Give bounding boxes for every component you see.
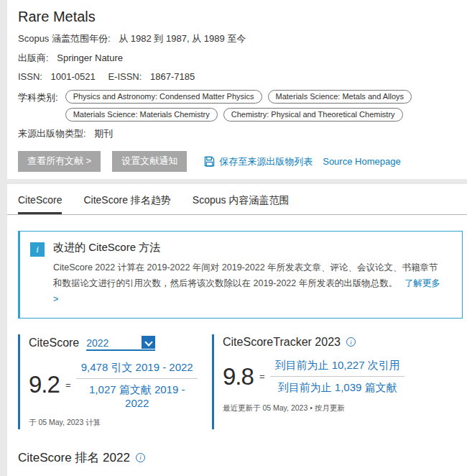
tab-rank-trend[interactable]: CiteScore 排名趋势: [83, 194, 170, 214]
citescore-formula: 9.2 = 9,478 引文 2019 - 2022 1,027 篇文献 201…: [29, 361, 198, 409]
citescore-method-infobox: i 改进的 CiteScore 方法 CiteScore 2022 计算在 20…: [18, 231, 463, 319]
header-actions: 查看所有文献 > 设置文献通知 保存至来源出版物列表 Source Homepa…: [18, 151, 456, 172]
tracker-value: 9.8: [223, 363, 254, 390]
coverage-label: Scopus 涵盖范围年份:: [18, 33, 111, 44]
citescore-panels: CiteScore 2022 9.2 = 9,478 引文 2019 - 202…: [18, 334, 467, 429]
source-type-line: 来源出版物类型: 期刊: [18, 127, 456, 140]
tracker-panel: CiteScoreTracker 2023 i 9.8 = 到目前为止 10,2…: [212, 334, 404, 429]
tab-bar: CiteScore CiteScore 排名趋势 Scopus 内容涵盖范围: [7, 184, 467, 215]
eissn-value: 1867-7185: [150, 71, 195, 82]
citescore-numerator: 9,478 引文 2019 - 2022: [76, 361, 198, 379]
source-header-card: Rare Metals Scopus 涵盖范围年份: 从 1982 到 1987…: [7, 0, 467, 179]
issn-label: ISSN:: [18, 71, 42, 82]
tab-citescore[interactable]: CiteScore: [18, 194, 62, 214]
subject-pill-metals-alloys[interactable]: Materials Science: Metals and Alloys: [268, 90, 412, 104]
citescore-panel: CiteScore 2022 9.2 = 9,478 引文 2019 - 202…: [18, 334, 198, 429]
subject-pill-physical-chemistry[interactable]: Chemistry: Physical and Theoretical Chem…: [223, 108, 403, 122]
save-to-source-list-label: 保存至来源出版物列表: [219, 155, 313, 168]
tracker-info-icon[interactable]: i: [346, 337, 356, 347]
equals-sign: =: [65, 380, 71, 390]
citescore-caption: 于 05 May, 2023 计算: [29, 418, 198, 428]
page-title: Rare Metals: [18, 9, 456, 25]
citescore-label: CiteScore: [29, 337, 79, 349]
tracker-denominator: 到目前为止 1,039 篇文献: [270, 377, 404, 395]
coverage-line: Scopus 涵盖范围年份: 从 1982 到 1987, 从 1989 至今: [18, 32, 456, 45]
publisher-line: 出版商: Springer Nature: [18, 52, 456, 65]
page: Rare Metals Scopus 涵盖范围年份: 从 1982 到 1987…: [0, 0, 467, 476]
save-to-source-list-link[interactable]: 保存至来源出版物列表: [204, 155, 313, 168]
view-all-documents-button[interactable]: 查看所有文献 >: [18, 151, 101, 172]
tracker-numerator: 到目前为止 10,227 次引用: [270, 359, 404, 377]
tracker-caption: 最近更新于 05 May, 2023 • 按月更新: [223, 403, 404, 413]
coverage-value: 从 1982 到 1987, 从 1989 至今: [119, 33, 246, 44]
issn-value: 1001-0521: [51, 71, 96, 82]
citescore-panel-header: CiteScore 2022: [29, 336, 198, 351]
equals-sign: =: [259, 371, 265, 382]
info-icon: i: [30, 242, 45, 257]
save-icon: [204, 156, 215, 167]
issn-line: ISSN: 1001-0521 E-ISSN: 1867-7185: [18, 70, 456, 83]
subjects-line: 学科类别: Physics and Astronomy: Condensed M…: [18, 90, 456, 122]
rank-title-row: CiteScore 排名 2022 i: [18, 449, 467, 466]
subject-pill-materials-chemistry[interactable]: Materials Science: Materials Chemistry: [65, 108, 218, 122]
source-type-value: 期刊: [94, 128, 113, 139]
infobox-body-text: CiteScore 2022 计算在 2019-2022 年间对 2019-20…: [53, 262, 438, 288]
rank-info-icon[interactable]: i: [136, 453, 145, 462]
infobox-body: CiteScore 2022 计算在 2019-2022 年间对 2019-20…: [53, 260, 441, 308]
set-document-alert-button[interactable]: 设置文献通知: [112, 151, 187, 172]
citescore-value: 9.2: [29, 371, 60, 398]
infobox-title: 改进的 CiteScore 方法: [53, 241, 441, 255]
eissn-label: E-ISSN:: [108, 71, 142, 82]
tracker-label: CiteScoreTracker 2023: [223, 336, 341, 349]
publisher-value: Springer Nature: [57, 52, 123, 63]
tab-scopus-coverage[interactable]: Scopus 内容涵盖范围: [193, 194, 290, 214]
citescore-denominator: 1,027 篇文献 2019 - 2022: [76, 379, 198, 409]
subject-pill-condensed-matter[interactable]: Physics and Astronomy: Condensed Matter …: [65, 90, 262, 104]
publisher-label: 出版商:: [18, 52, 49, 63]
chevron-down-icon[interactable]: [142, 336, 155, 349]
citescore-year-select[interactable]: 2022: [86, 336, 155, 351]
source-type-label: 来源出版物类型:: [18, 128, 86, 139]
citescore-year-value: 2022: [86, 337, 108, 349]
subjects-label: 学科类别:: [18, 90, 58, 122]
rank-section-title: CiteScore 排名 2022: [18, 449, 130, 466]
tracker-panel-header: CiteScoreTracker 2023 i: [223, 336, 404, 349]
citescore-card: CiteScore CiteScore 排名趋势 Scopus 内容涵盖范围 i…: [7, 184, 467, 476]
tracker-formula: 9.8 = 到目前为止 10,227 次引用 到目前为止 1,039 篇文献: [223, 359, 404, 395]
source-homepage-link[interactable]: Source Homepage: [323, 156, 400, 167]
